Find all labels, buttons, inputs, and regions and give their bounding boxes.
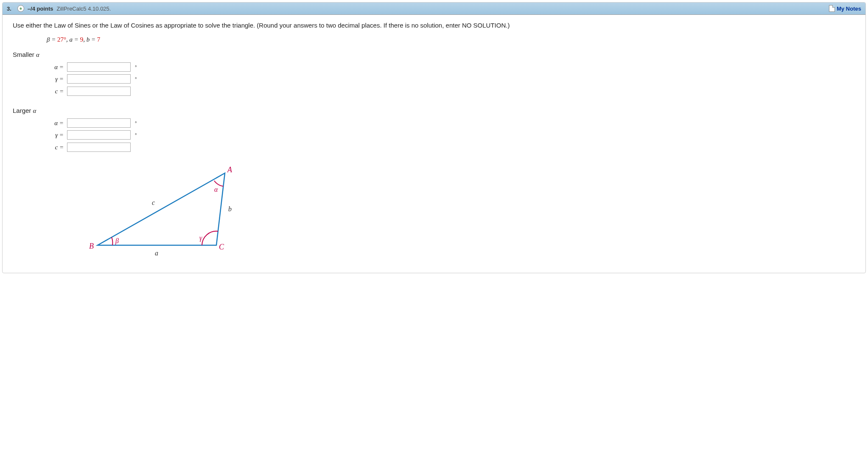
- side-a: a: [155, 249, 158, 257]
- points-label: –/4 points: [28, 6, 53, 12]
- expand-icon[interactable]: +: [17, 5, 24, 12]
- larger-section-label: Larger α: [13, 106, 855, 116]
- triangle-outline: [98, 173, 225, 245]
- larger-alpha-row: α = °: [47, 118, 855, 128]
- larger-alpha-input[interactable]: [67, 118, 131, 128]
- degree-symbol: °: [135, 76, 137, 83]
- instructions-text: Use either the Law of Sines or the Law o…: [13, 21, 855, 31]
- question-header: 3. + –/4 points ZillPreCalc5 4.10.025. M…: [3, 3, 865, 15]
- smaller-c-label: c =: [47, 87, 64, 96]
- larger-c-input[interactable]: [67, 143, 131, 152]
- angle-beta: β: [115, 237, 119, 245]
- vertex-a: A: [227, 165, 232, 174]
- larger-gamma-row: γ = °: [47, 130, 855, 140]
- smaller-alpha-row: α = °: [47, 62, 855, 72]
- smaller-var: α: [36, 51, 39, 58]
- gamma-arc: [202, 231, 218, 245]
- b-val: 7: [97, 36, 101, 43]
- larger-answer-rows: α = ° γ = ° c =: [47, 118, 855, 152]
- smaller-gamma-label: γ =: [47, 74, 64, 84]
- smaller-alpha-label: α =: [47, 62, 64, 72]
- smaller-section-label: Smaller α: [13, 50, 855, 60]
- smaller-alpha-input[interactable]: [67, 62, 131, 72]
- triangle-diagram: A B C a b c α β γ: [89, 165, 855, 265]
- question-number: 3.: [7, 6, 11, 12]
- larger-c-row: c =: [47, 143, 855, 152]
- larger-prefix: Larger: [13, 107, 33, 114]
- smaller-prefix: Smaller: [13, 51, 36, 58]
- note-icon: [829, 5, 835, 12]
- triangle-svg: A B C a b c α β γ: [89, 165, 250, 262]
- larger-gamma-label: γ =: [47, 130, 64, 140]
- sep1: , a =: [66, 36, 78, 43]
- smaller-gamma-input[interactable]: [67, 74, 131, 84]
- larger-gamma-input[interactable]: [67, 130, 131, 140]
- angle-alpha: α: [214, 186, 218, 193]
- my-notes-label: My Notes: [837, 6, 861, 12]
- given-values: β = 27°, a = 9, b = 7: [47, 35, 855, 45]
- larger-c-label: c =: [47, 143, 64, 152]
- vertex-b: B: [89, 242, 94, 250]
- degree-symbol: °: [135, 120, 137, 127]
- sep2: , b =: [83, 36, 95, 43]
- degree-symbol: °: [135, 132, 137, 139]
- side-b: b: [228, 205, 232, 213]
- smaller-c-input[interactable]: [67, 87, 131, 96]
- beta-lhs: β =: [47, 36, 56, 43]
- smaller-answer-rows: α = ° γ = ° c =: [47, 62, 855, 96]
- angle-gamma: γ: [199, 234, 202, 242]
- side-c: c: [152, 199, 155, 206]
- smaller-c-row: c =: [47, 87, 855, 96]
- larger-var: α: [33, 107, 36, 114]
- question-reference: ZillPreCalc5 4.10.025.: [57, 6, 111, 12]
- beta-val: 27°: [57, 36, 66, 43]
- beta-arc: [112, 237, 113, 245]
- degree-symbol: °: [135, 64, 137, 71]
- larger-alpha-label: α =: [47, 118, 64, 128]
- vertex-c: C: [219, 243, 224, 251]
- my-notes-button[interactable]: My Notes: [829, 5, 861, 12]
- question-container: 3. + –/4 points ZillPreCalc5 4.10.025. M…: [2, 2, 866, 273]
- smaller-gamma-row: γ = °: [47, 74, 855, 84]
- question-body: Use either the Law of Sines or the Law o…: [3, 15, 865, 273]
